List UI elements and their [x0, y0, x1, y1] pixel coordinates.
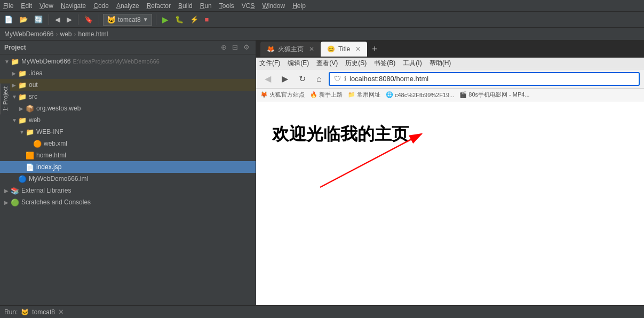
tree-arrow-out: ▶	[12, 82, 17, 88]
ff-menu-help[interactable]: 帮助(H)	[430, 59, 451, 68]
new-tab-button[interactable]: +	[367, 42, 382, 57]
nav-refresh-button[interactable]: ↻	[295, 71, 309, 86]
tree-item-webxml[interactable]: ▶ 🟠 web.xml	[0, 138, 256, 149]
tree-item-scratches[interactable]: ▶ 🟢 Scratches and Consoles	[0, 196, 256, 208]
folder-icon-idea: 📁	[18, 69, 27, 77]
tree-label-out: out	[29, 81, 38, 89]
settings-button[interactable]: ⚙	[242, 43, 251, 52]
tree-label-iml: MyWebDemo666.iml	[29, 175, 88, 182]
menu-help[interactable]: Help	[292, 2, 306, 10]
ff-menu-edit[interactable]: 编辑(E)	[288, 59, 309, 68]
tree-item-root[interactable]: ▼ 📁 MyWebDemo666 E:\IdeaProjects\MyWebDe…	[0, 55, 256, 67]
debug-button[interactable]: 🐛	[173, 14, 186, 25]
folder-icon-web: 📁	[18, 116, 27, 124]
open-file-button[interactable]: 📂	[17, 14, 30, 25]
bookmark-common[interactable]: 📁 常用网址	[348, 91, 380, 99]
menu-navigate[interactable]: Navigate	[61, 2, 86, 10]
breadcrumb: MyWebDemo666 › web › home.html	[0, 28, 644, 41]
tree-label-web: web	[29, 116, 41, 124]
bookmark-hash-icon: 🌐	[386, 91, 393, 98]
browser-tab-title[interactable]: 😊 Title ✕	[321, 42, 367, 57]
menu-vcs[interactable]: VCS	[242, 2, 255, 10]
iml-icon: 🔵	[18, 175, 27, 183]
collapse-button[interactable]: ⊟	[230, 43, 240, 52]
menu-analyze[interactable]: Analyze	[116, 2, 139, 10]
back-button[interactable]: ◀	[53, 14, 62, 25]
separator-2	[78, 14, 78, 25]
tree-item-out[interactable]: ▶ 📁 out	[0, 79, 256, 91]
url-text: localhost:8080/home.html	[349, 75, 634, 83]
menu-run[interactable]: Run	[200, 2, 212, 10]
url-lock-icon: ℹ	[344, 75, 346, 82]
tree-item-idea[interactable]: ▶ 📁 .idea	[0, 67, 256, 79]
tree-arrow-web: ▼	[12, 117, 17, 123]
menu-view[interactable]: View	[39, 2, 53, 10]
project-tree: ▼ 📁 MyWebDemo666 E:\IdeaProjects\MyWebDe…	[0, 54, 256, 305]
breadcrumb-sep-1: ›	[55, 30, 58, 38]
refresh-button[interactable]: 🔄	[32, 14, 45, 25]
tree-item-webinf[interactable]: ▼ 📁 WEB-INF	[0, 126, 256, 138]
tree-item-iml[interactable]: ▶ 🔵 MyWebDemo666.iml	[0, 173, 256, 185]
tree-arrow-package: ▶	[19, 106, 25, 112]
forward-button[interactable]: ▶	[65, 14, 74, 25]
nav-home-button[interactable]: ⌂	[312, 71, 327, 86]
tree-item-src[interactable]: ▼ 📁 src	[0, 91, 256, 102]
jsp-icon: 📄	[26, 163, 34, 171]
run-tomcat-label: tomcat8	[32, 308, 55, 316]
breadcrumb-project[interactable]: MyWebDemo666	[4, 30, 53, 38]
sidebar: 1: Project Project ⊕ ⊟ ⚙ ▼ 📁 MyWebDemo66…	[0, 41, 256, 305]
new-file-button[interactable]: 📄	[2, 14, 15, 25]
run-button[interactable]: ▶	[160, 14, 171, 26]
run-config-dropdown[interactable]: 🐱 tomcat8 ▼	[103, 14, 152, 26]
coverage-button[interactable]: ⚡	[188, 14, 201, 25]
breadcrumb-file[interactable]: home.html	[78, 30, 108, 38]
tree-item-package[interactable]: ▶ 📦 org.westos.web	[0, 102, 256, 114]
bookmark-beginner[interactable]: 🔥 新手上路	[310, 91, 343, 99]
run-bar: Run: 🐱 tomcat8 ✕	[0, 305, 644, 318]
url-bar[interactable]: 🛡 ℹ localhost:8080/home.html	[329, 72, 640, 86]
tab-title-label: Title	[338, 45, 350, 53]
bookmark-button[interactable]: 🔖	[82, 14, 95, 25]
tree-item-extlib[interactable]: ▶ 📚 External Libraries	[0, 185, 256, 196]
nav-back-button[interactable]: ◀	[260, 71, 275, 86]
scratch-icon: 🟢	[11, 198, 19, 206]
run-close-button[interactable]: ✕	[58, 308, 64, 316]
tree-label-extlib: External Libraries	[21, 187, 71, 194]
browser-tab-foxhome[interactable]: 🦊 火狐主页 ✕	[260, 42, 321, 57]
bookmark-hash-label: c48c%2Ffb99%2F19...	[395, 92, 454, 98]
menu-build[interactable]: Build	[178, 2, 193, 10]
ff-menu-bookmarks[interactable]: 书签(B)	[374, 59, 395, 68]
tab-close-foxhome[interactable]: ✕	[309, 45, 314, 53]
bookmark-folder-icon: 📁	[348, 91, 355, 98]
ff-menu-view[interactable]: 查看(V)	[316, 59, 338, 68]
bookmark-firefox-official[interactable]: 🦊 火狐官方站点	[260, 91, 305, 99]
breadcrumb-web[interactable]: web	[60, 30, 71, 38]
folder-icon-out: 📁	[18, 81, 27, 89]
menu-tools[interactable]: Tools	[219, 2, 234, 10]
menu-code[interactable]: Code	[93, 2, 109, 10]
bookmark-hash[interactable]: 🌐 c48c%2Ffb99%2F19...	[386, 91, 454, 98]
menu-file[interactable]: File	[3, 2, 13, 10]
tree-item-homehtml[interactable]: ▶ 🟧 home.html	[0, 149, 256, 161]
tab-firefoxhome-icon: 🦊	[267, 45, 275, 53]
ff-menu-file[interactable]: 文件(F)	[259, 59, 280, 68]
folder-open-icon: 📁	[11, 58, 19, 66]
bookmark-common-label: 常用网址	[357, 91, 380, 99]
tree-item-indexjsp[interactable]: ▶ 📄 index.jsp	[0, 161, 256, 173]
nav-forward-button[interactable]: ▶	[277, 71, 292, 86]
browser-content: 欢迎光临我的主页	[256, 101, 644, 305]
tree-label-homehtml: home.html	[36, 152, 66, 159]
ff-menu-tools[interactable]: 工具(I)	[403, 59, 422, 68]
menu-window[interactable]: Window	[262, 2, 285, 10]
ff-menu-history[interactable]: 历史(S)	[345, 59, 367, 68]
tab-close-title[interactable]: ✕	[355, 45, 361, 53]
bookmark-80s[interactable]: 🎬 80s手机电影网 - MP4...	[459, 91, 529, 99]
xml-icon: 🟠	[33, 140, 42, 148]
menu-edit[interactable]: Edit	[21, 2, 32, 10]
stop-button[interactable]: ■	[203, 14, 211, 25]
add-item-button[interactable]: ⊕	[219, 43, 228, 52]
url-shield-icon: 🛡	[334, 75, 341, 83]
project-tab[interactable]: 1: Project	[0, 83, 10, 114]
menu-refactor[interactable]: Refactor	[147, 2, 171, 10]
tree-item-web[interactable]: ▼ 📁 web	[0, 114, 256, 126]
